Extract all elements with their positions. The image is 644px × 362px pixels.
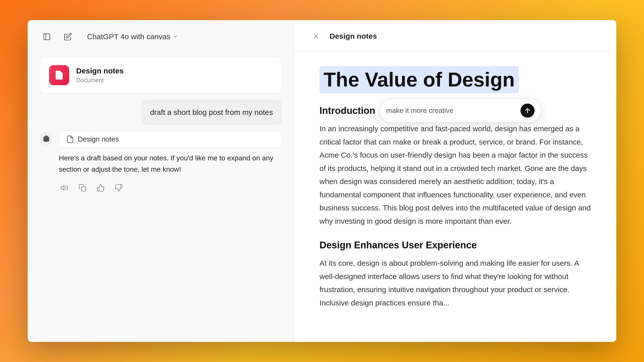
copy-icon — [78, 184, 87, 192]
new-chat-button[interactable] — [61, 30, 75, 44]
thumbs-up-button[interactable] — [95, 182, 106, 193]
left-panel: ChatGPT 4o with canvas — [28, 20, 294, 342]
inline-send-button[interactable] — [520, 104, 535, 118]
user-message-text: draft a short blog post from my notes — [150, 108, 273, 116]
model-selector-button[interactable]: ChatGPT 4o with canvas — [82, 30, 183, 43]
chevron-down-icon — [173, 34, 178, 39]
thumbs-down-button[interactable] — [113, 182, 124, 193]
left-content: Design notes Document draft a short blog… — [28, 52, 294, 342]
inline-edit-popup — [380, 99, 541, 122]
feedback-row — [59, 180, 282, 193]
svg-rect-6 — [82, 187, 86, 191]
document-title: Design notes — [76, 67, 124, 75]
ai-response-row: Design notes Here's a draft based on you… — [40, 131, 282, 193]
design-notes-pill-label: Design notes — [78, 135, 119, 143]
ai-avatar — [40, 132, 53, 145]
copy-button[interactable] — [77, 182, 88, 193]
left-header: ChatGPT 4o with canvas — [28, 20, 294, 52]
model-name-label: ChatGPT 4o with canvas — [87, 32, 170, 41]
section2-text: At its core, design is about problem-sol… — [319, 257, 591, 309]
sidebar-toggle-button[interactable] — [40, 30, 54, 44]
thumbs-down-icon — [115, 184, 123, 192]
inline-edit-input[interactable] — [386, 107, 516, 115]
design-notes-pill[interactable]: Design notes — [59, 131, 282, 148]
right-content: The Value of Design Introduction In an i… — [294, 51, 616, 342]
chatgpt-logo-icon — [40, 132, 53, 145]
document-card[interactable]: Design notes Document — [40, 57, 282, 94]
right-panel-title: Design notes — [330, 32, 377, 40]
user-message-bubble: draft a short blog post from my notes — [141, 100, 282, 125]
audio-button[interactable] — [59, 182, 70, 193]
sidebar-icon — [43, 33, 51, 41]
app-window: ChatGPT 4o with canvas — [28, 20, 616, 342]
document-icon — [54, 70, 64, 80]
edit-icon — [64, 33, 72, 41]
ai-content: Design notes Here's a draft based on you… — [59, 131, 282, 193]
ai-response-text: Here's a draft based on your notes. If y… — [59, 153, 282, 175]
svg-marker-5 — [61, 185, 64, 190]
close-icon — [312, 33, 319, 40]
introduction-text: In an increasingly competitive and fast-… — [319, 122, 591, 228]
blog-title: The Value of Design — [319, 66, 519, 93]
svg-rect-0 — [44, 34, 50, 40]
close-button[interactable] — [309, 30, 323, 43]
document-icon-wrap — [49, 65, 69, 85]
volume-icon — [60, 184, 68, 192]
document-type: Document — [76, 77, 124, 84]
pill-document-icon — [66, 135, 74, 143]
right-header: Design notes — [294, 20, 616, 51]
send-arrow-icon — [524, 107, 531, 114]
section2-heading: Design Enhances User Experience — [319, 240, 591, 251]
document-info: Design notes Document — [76, 67, 124, 84]
right-panel: Design notes The Value of Design Introdu… — [294, 20, 616, 342]
thumbs-up-icon — [97, 184, 105, 192]
